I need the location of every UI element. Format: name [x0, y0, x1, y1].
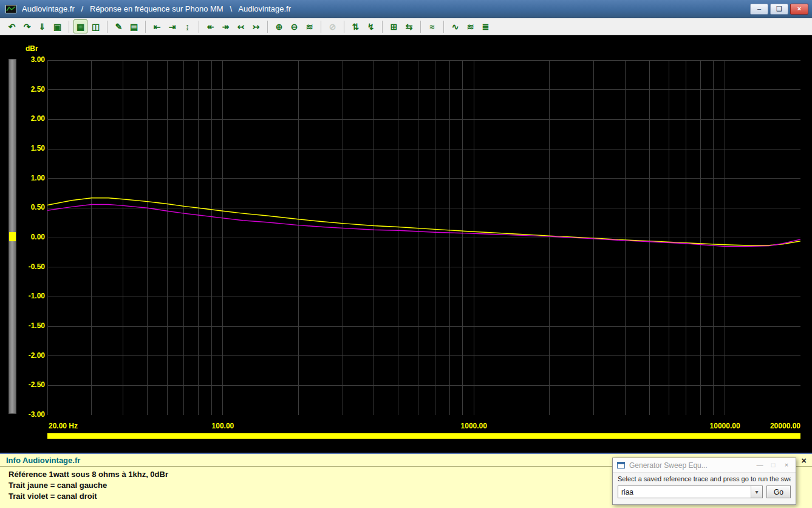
y-axis-tick: -1.00	[15, 292, 45, 300]
expand-y-axis-icon[interactable]: ↨	[180, 19, 194, 33]
sine-sweep-icon[interactable]: ∿	[448, 19, 462, 33]
dialog-body: Select a saved reference trace and press…	[613, 473, 796, 498]
dialog-title: Generator Sweep Equ...	[629, 461, 753, 470]
y-axis-tick: -3.00	[15, 410, 45, 419]
y-axis-tick: 0.50	[15, 203, 45, 211]
dialog-minimize-button[interactable]: —	[753, 460, 766, 471]
data-list-icon[interactable]: ▤	[127, 19, 141, 33]
export-graph-icon[interactable]: ⇓	[35, 19, 49, 33]
trace-left-channel	[47, 198, 800, 245]
scroll-right-icon[interactable]: ↠	[219, 19, 233, 33]
y-axis-tick: -2.00	[15, 351, 45, 360]
y-axis-tick: -1.50	[15, 321, 45, 330]
window-title: Audiovintage.fr / Réponse en fréquence s…	[22, 4, 750, 13]
trace-right-channel	[47, 205, 800, 247]
toolbar-separator	[420, 21, 421, 33]
toolbar-separator	[107, 21, 107, 33]
x-axis-tick: 100.00	[212, 422, 234, 430]
reference-trace-select[interactable]: riaa ▾	[618, 486, 763, 498]
dialog-message: Select a saved reference trace and press…	[618, 475, 791, 482]
zoom-out-icon[interactable]: ⊖	[287, 19, 301, 33]
chevron-down-icon[interactable]: ▾	[751, 486, 762, 498]
info-panel-close-icon[interactable]: ×	[801, 456, 807, 465]
dialog-title-bar: Generator Sweep Equ... — □ ×	[613, 458, 796, 473]
toolbar-separator	[199, 21, 199, 33]
y-axis-tick: -0.50	[15, 263, 45, 271]
step-sweep-icon[interactable]: ≣	[479, 19, 493, 33]
toolbar-separator	[382, 21, 383, 33]
marker-up-icon[interactable]: ⇅	[349, 19, 363, 33]
y-axis-tick: 1.00	[15, 174, 45, 182]
compress-x-axis-icon[interactable]: ⇥	[165, 19, 179, 33]
toolbar-separator	[145, 21, 146, 33]
x-axis-tick: 10000.00	[710, 422, 740, 430]
sweep-progress-bar	[47, 433, 800, 439]
minimize-button[interactable]: –	[750, 4, 768, 15]
dialog-close-button[interactable]: ×	[780, 460, 793, 471]
marker-down-icon[interactable]: ↯	[364, 19, 378, 33]
y-axis-tick: -2.50	[15, 380, 45, 389]
copy-graph-icon[interactable]: ▣	[50, 19, 64, 33]
zoom-trace-icon[interactable]: ≋	[302, 19, 316, 33]
y-axis-tick: 0.00	[15, 233, 45, 241]
y-axis-tick: 1.50	[15, 144, 45, 153]
reference-trace-value: riaa	[618, 486, 751, 498]
y-axis-tick: 2.50	[15, 85, 45, 94]
y-axis-tick: 2.00	[15, 114, 45, 123]
frequency-response-plot[interactable]	[47, 60, 800, 415]
zoom-in-icon[interactable]: ⊕	[272, 19, 286, 33]
graph-settings-icon[interactable]: ✎	[112, 19, 126, 33]
toolbar-separator	[321, 21, 321, 33]
toolbar: ↶↷⇓▣▦◫✎▤⇤⇥↨↞↠↢↣⊕⊖≋⊘⇅↯⊞⇆≈∿≋≣	[0, 18, 812, 35]
merge-traces-icon[interactable]: ⇆	[402, 19, 416, 33]
toolbar-separator	[267, 21, 268, 33]
normalize-icon[interactable]: ≈	[425, 19, 439, 33]
toolbar-separator	[69, 21, 69, 33]
x-axis-tick: 20.00 Hz	[49, 422, 78, 430]
generator-sweep-dialog: Generator Sweep Equ... — □ × Select a sa…	[612, 458, 796, 505]
split-display-icon[interactable]: ◫	[89, 19, 103, 33]
go-button[interactable]: Go	[766, 486, 791, 498]
y-axis-tick: 3.00	[15, 55, 45, 64]
dialog-maximize-button[interactable]: □	[766, 460, 780, 471]
expand-x-axis-icon[interactable]: ⇤	[150, 19, 164, 33]
graph-display-icon[interactable]: ▦	[73, 19, 87, 33]
dialog-icon	[617, 460, 625, 471]
x-axis-tick: 1000.00	[461, 422, 487, 430]
spectrum-icon[interactable]: ≋	[463, 19, 477, 33]
scroll-left-icon[interactable]: ↞	[203, 19, 217, 33]
title-bar: Audiovintage.fr / Réponse en fréquence s…	[0, 0, 812, 18]
toolbar-separator	[344, 21, 344, 33]
shift-right-icon[interactable]: ↣	[249, 19, 263, 33]
x-axis-tick: 20000.00	[770, 422, 800, 430]
maximize-button[interactable]: ❑	[770, 4, 788, 15]
save-trace-icon[interactable]: ↷	[20, 19, 34, 33]
print-icon: ⊘	[326, 19, 339, 33]
app-icon	[5, 5, 16, 13]
add-overlay-icon[interactable]: ⊞	[387, 19, 401, 33]
shift-left-icon[interactable]: ↢	[234, 19, 248, 33]
toolbar-separator	[443, 21, 444, 33]
close-button[interactable]: ×	[790, 4, 808, 15]
recall-trace-icon[interactable]: ↶	[5, 19, 19, 33]
y-axis-unit-label: dBr	[26, 44, 38, 53]
